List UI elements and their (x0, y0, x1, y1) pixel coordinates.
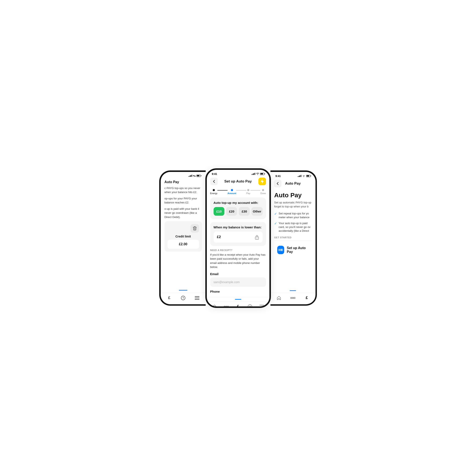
divider (274, 240, 312, 241)
battery-icon (196, 175, 201, 177)
left-phone-content: Auto Pay c PAYG top-ups so you never whe… (161, 178, 206, 254)
step-line-1 (217, 190, 227, 190)
balance-value: £2 (217, 235, 221, 239)
check-icon-2: ✓ (274, 221, 277, 225)
left-nav-menu[interactable] (194, 295, 200, 301)
pound-icon: £ (304, 295, 310, 301)
step-dot-done (262, 189, 264, 191)
right-status-time: 9:41 (275, 174, 281, 178)
left-bottom-nav: £ ? (161, 293, 206, 304)
home-icon (211, 304, 217, 308)
receipt-body: If you'd like a receipt when your Auto P… (210, 253, 266, 269)
get-started-label: GET STARTED (274, 236, 312, 239)
setup-btn-label: Set up Auto Pay (287, 246, 308, 254)
step-label-amount: Amount (228, 192, 237, 195)
amount-20-button[interactable]: £20 (226, 207, 237, 216)
pound-icon: £ (166, 295, 172, 301)
amount-grid: £10 £20 £30 Other (214, 207, 263, 216)
step-dot-amount (231, 189, 233, 191)
battery-icon (306, 175, 310, 177)
email-input[interactable]: sam@example.com (210, 277, 266, 287)
credit-limit-label: Credit limit (168, 235, 199, 238)
center-nav-pound[interactable]: £ (235, 304, 241, 308)
right-status-bar: 9:41 (271, 172, 316, 178)
center-nav-help[interactable]: ? (247, 304, 253, 308)
help-icon: ? (180, 295, 186, 301)
check-list: ✓ Set repeat top-ups for yo meter when y… (274, 212, 312, 233)
amount-30-button[interactable]: £30 (239, 207, 250, 216)
right-back-button[interactable] (274, 180, 281, 187)
credit-limit-value: £2.00 (168, 240, 199, 249)
left-credit-card: Credit limit £2.00 (165, 221, 202, 252)
center-nav-activity[interactable] (223, 304, 229, 308)
step-pay: Pay (246, 189, 250, 195)
check-item-2: ✓ Your auto top-up is paid card, so you'… (274, 221, 312, 233)
phone-label: Phone (210, 290, 266, 293)
center-status-time: 9:41 (212, 172, 217, 175)
amount-10-button[interactable]: £10 (214, 207, 224, 216)
step-label-energy: Energy (210, 192, 218, 195)
topup-title: Auto top-up my account with: (214, 201, 263, 204)
step-indicator: Energy Amount Pay Done (207, 187, 269, 195)
trash-icon-wrap (168, 224, 199, 233)
svg-rect-3 (195, 298, 199, 298)
activity-icon (223, 304, 229, 308)
step-line-3 (250, 190, 260, 190)
center-nav-menu[interactable] (259, 304, 265, 308)
setup-autopay-button[interactable]: Set up Auto Pay (274, 243, 312, 257)
balance-title: When my balance is lower than: (214, 225, 263, 229)
right-nav-pound[interactable]: £ (304, 295, 310, 301)
signal-bars (252, 173, 255, 175)
step-dot-pay (247, 189, 249, 191)
hamburger-icon (259, 304, 265, 308)
wifi-icon (256, 173, 259, 175)
wifi-icon: ▾▴ (193, 174, 196, 177)
step-label-done: Done (260, 192, 266, 195)
battery-icon (260, 173, 264, 175)
left-status-icons: ▾▴ (189, 174, 201, 177)
left-nav-help[interactable]: ? (180, 295, 186, 301)
right-nav-home[interactable] (276, 295, 282, 301)
left-body-1: c PAYG top-ups so you never when your ba… (165, 186, 202, 194)
right-screen-content: Auto Pay Set up automatic PAYG top-up fo… (271, 189, 316, 259)
svg-rect-2 (195, 296, 199, 297)
back-button[interactable] (210, 178, 218, 185)
right-nav-activity[interactable] (290, 295, 296, 301)
balance-display: £2 (214, 232, 263, 242)
svg-text:?: ? (249, 305, 251, 308)
center-bottom-nav: £ ? (207, 301, 269, 308)
right-bottom-area: £ (271, 290, 316, 304)
app-scene: ▾▴ Auto Pay c PAYG top-ups so you never … (126, 160, 350, 316)
step-dot-energy (213, 189, 215, 191)
infinity-icon (277, 246, 284, 254)
help-circle-icon: ? (247, 304, 253, 308)
trash-button[interactable] (190, 224, 199, 233)
center-nav-home[interactable] (211, 304, 217, 308)
amount-other-button[interactable]: Other (252, 207, 262, 216)
svg-point-17 (290, 297, 292, 299)
right-nav-title: Auto Pay (285, 181, 301, 186)
check-item-1: ✓ Set repeat top-ups for yo meter when y… (274, 212, 312, 219)
left-body-2: op-ups for your PAYG your balance reache… (165, 196, 202, 205)
left-status-bar: ▾▴ (161, 172, 206, 178)
step-label-pay: Pay (246, 192, 250, 195)
lightning-button[interactable] (258, 178, 266, 185)
left-nav-pound[interactable]: £ (166, 295, 172, 301)
step-energy: Energy (210, 189, 218, 195)
signal-bars (298, 175, 301, 177)
center-screen-content: Auto top-up my account with: £10 £20 £30… (207, 195, 269, 297)
balance-section: When my balance is lower than: £2 (210, 222, 266, 246)
menu-icon (194, 295, 200, 301)
left-body-3: o-up is paid with your bank ll never go … (165, 207, 202, 219)
email-label: Email (210, 272, 266, 276)
right-big-title: Auto Pay (274, 192, 312, 199)
lock-icon (255, 235, 259, 239)
home-icon (276, 295, 282, 301)
svg-point-8 (226, 306, 227, 307)
svg-rect-15 (259, 306, 264, 307)
check-text-1: Set repeat top-ups for yo meter when you… (279, 212, 312, 219)
right-phone: 9:41 Auto Pay (271, 170, 317, 306)
activity-icon (290, 295, 296, 301)
center-phone: 9:41 Set up Auto Pay (205, 168, 271, 308)
step-amount: Amount (228, 189, 237, 195)
